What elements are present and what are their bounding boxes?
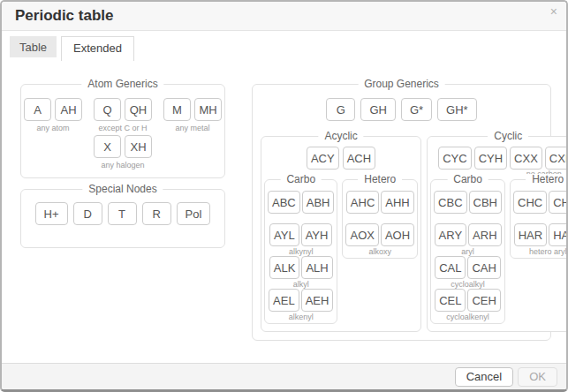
button-har[interactable]: HAR	[514, 223, 547, 246]
ok-button[interactable]: OK	[518, 367, 557, 387]
button-ary[interactable]: ARY	[435, 223, 467, 246]
cyclic-group: Cyclic CYC CYH CXX CXH no carbon Carbo	[427, 136, 568, 332]
atom-generics-group: Atom Generics A AH any atom Q QH	[20, 84, 225, 178]
cycloalkenyl-caption: cycloalkenyl	[434, 313, 502, 321]
periodic-table-dialog: Periodic table × Table Extended Atom Gen…	[0, 0, 568, 392]
special-nodes-group: Special Nodes H+ D T R Pol	[20, 189, 225, 248]
button-g-star[interactable]: G*	[401, 98, 432, 121]
button-t[interactable]: T	[108, 202, 137, 225]
alkynyl-caption: alkynyl	[268, 247, 334, 256]
button-d[interactable]: D	[73, 202, 102, 225]
button-a[interactable]: A	[24, 98, 51, 121]
cyclic-carbo-legend: Carbo	[447, 174, 488, 185]
cyclic-row: CYC CYH CXX CXH	[430, 147, 568, 170]
cyclic-hetero-row-1: CHC CHH	[513, 191, 568, 223]
atom-generics-legend: Atom Generics	[81, 79, 163, 90]
tab-bar: Table Extended	[2, 31, 566, 61]
atom-generics-row-2: X XH any halogen	[21, 135, 224, 170]
button-mh[interactable]: MH	[194, 98, 222, 121]
button-alh[interactable]: ALH	[301, 256, 332, 279]
cyclic-hetero-group: Hetero CHC CHH HAR	[510, 179, 568, 259]
except-c-or-h-pair: Q QH except C or H	[94, 98, 152, 132]
special-nodes-row: H+ D T R Pol	[21, 202, 224, 225]
button-qh[interactable]: QH	[125, 98, 152, 121]
acyclic-sub-boxes: Carbo ABC ABH AYL	[264, 179, 418, 324]
atom-generics-row-1: A AH any atom Q QH except C or H	[21, 98, 224, 132]
cyclic-legend: Cyclic	[488, 131, 528, 142]
button-chc[interactable]: CHC	[513, 191, 547, 214]
button-cbc[interactable]: CBC	[434, 191, 466, 214]
acyclic-hetero-row-2: AOX AOH alkoxy	[345, 223, 414, 256]
button-m[interactable]: M	[163, 98, 191, 121]
button-q[interactable]: Q	[94, 98, 121, 121]
any-halogen-caption: any halogen	[94, 161, 152, 170]
cyclic-carbo-row-4: CEL CEH cycloalkenyl	[434, 289, 502, 321]
button-ayl[interactable]: AYL	[269, 223, 299, 246]
cycloalkyl-caption: cycloalkyl	[434, 280, 502, 289]
alkoxy-caption: alkoxy	[345, 247, 414, 256]
button-aox[interactable]: AOX	[345, 223, 378, 246]
button-ael[interactable]: AEL	[269, 289, 299, 312]
button-cxh[interactable]: CXH	[545, 147, 568, 170]
button-chh[interactable]: CHH	[549, 191, 568, 214]
group-generics-row: G GH G* GH*	[261, 98, 542, 121]
button-cel[interactable]: CEL	[435, 289, 466, 312]
acyclic-carbo-row-3: ALK ALH alkyl	[268, 256, 334, 289]
acyclic-carbo-group: Carbo ABC ABH AYL	[264, 179, 337, 324]
button-aeh[interactable]: AEH	[301, 289, 334, 312]
acyclic-group: Acyclic ACY ACH Carbo ABC ABH	[261, 136, 421, 332]
button-h-plus[interactable]: H+	[35, 202, 68, 225]
cancel-button[interactable]: Cancel	[455, 367, 513, 387]
cyclic-carbo-group: Carbo CBC CBH ARY	[430, 179, 505, 324]
button-ah[interactable]: AH	[55, 98, 82, 121]
dialog-content: Atom Generics A AH any atom Q QH	[2, 61, 566, 363]
except-c-or-h-caption: except C or H	[94, 124, 152, 132]
acyclic-hetero-row-1: AHC AHH	[345, 191, 414, 223]
button-ceh[interactable]: CEH	[467, 289, 500, 312]
button-x[interactable]: X	[94, 135, 121, 158]
any-atom-caption: any atom	[24, 124, 82, 132]
button-cbh[interactable]: CBH	[469, 191, 502, 214]
button-cxx[interactable]: CXX	[510, 147, 542, 170]
alkenyl-caption: alkenyl	[268, 313, 334, 321]
button-ahc[interactable]: AHC	[346, 191, 379, 214]
button-ach[interactable]: ACH	[343, 147, 375, 170]
cyclic-sub-boxes: Carbo CBC CBH ARY	[430, 179, 568, 324]
acyclic-carbo-row-4: AEL AEH alkenyl	[268, 289, 334, 321]
button-hah[interactable]: HAH	[549, 223, 568, 246]
group-generics-group: Group Generics G GH G* GH* Acyclic ACY A…	[252, 84, 551, 341]
button-acy[interactable]: ACY	[307, 147, 339, 170]
aryl-caption: aryl	[434, 247, 502, 256]
button-arh[interactable]: ARH	[468, 223, 501, 246]
acyclic-carbo-row-1: ABC ABH	[268, 191, 334, 223]
left-column: Atom Generics A AH any atom Q QH	[20, 84, 225, 248]
button-abc[interactable]: ABC	[268, 191, 300, 214]
button-gh-star[interactable]: GH*	[437, 98, 477, 121]
cyclic-hetero-caption-1	[513, 215, 568, 223]
button-cyh[interactable]: CYH	[474, 147, 507, 170]
button-xh[interactable]: XH	[125, 135, 152, 158]
hetero-aryl-caption: hetero aryl	[513, 247, 568, 256]
button-cal[interactable]: CAL	[435, 256, 466, 279]
cyclic-carbo-caption-1	[434, 215, 502, 223]
button-cyc[interactable]: CYC	[438, 147, 471, 170]
button-cah[interactable]: CAH	[467, 256, 500, 279]
button-abh[interactable]: ABH	[302, 191, 335, 214]
button-gh[interactable]: GH	[360, 98, 396, 121]
acyclic-hetero-caption-1	[345, 215, 414, 223]
button-pol[interactable]: Pol	[177, 202, 211, 225]
button-g[interactable]: G	[326, 98, 355, 121]
close-icon[interactable]: ×	[550, 5, 557, 18]
any-metal-caption: any metal	[163, 124, 222, 132]
button-r[interactable]: R	[142, 202, 171, 225]
button-ahh[interactable]: AHH	[381, 191, 413, 214]
button-ayh[interactable]: AYH	[301, 223, 333, 246]
tab-table[interactable]: Table	[10, 36, 57, 57]
acyclic-carbo-caption-1	[268, 215, 334, 223]
alkyl-caption: alkyl	[268, 280, 334, 289]
button-aoh[interactable]: AOH	[381, 223, 414, 246]
cyclic-hetero-legend: Hetero	[526, 174, 568, 185]
dialog-header: Periodic table ×	[2, 2, 566, 31]
tab-extended[interactable]: Extended	[61, 36, 134, 61]
button-alk[interactable]: ALK	[269, 256, 300, 279]
